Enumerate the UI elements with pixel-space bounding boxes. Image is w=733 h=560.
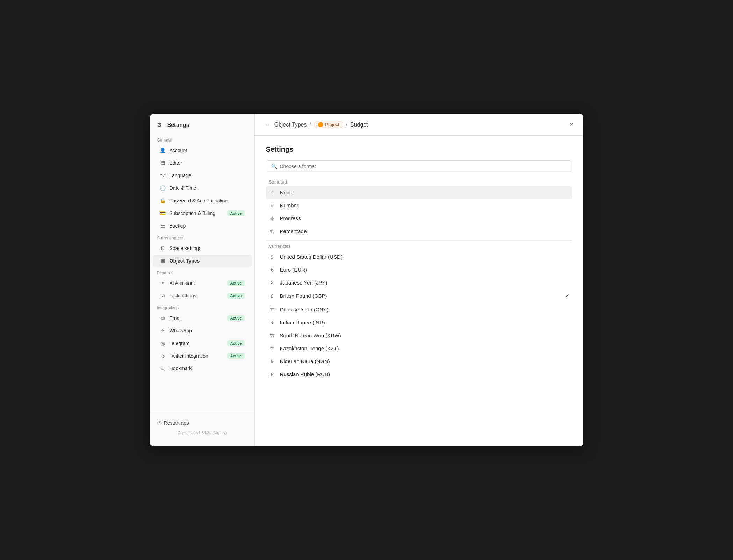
sidebar-item-subscription[interactable]: 💳 Subscription & Billing Active [153, 207, 252, 219]
sidebar-item-twitter[interactable]: ◇ Twitter Integration Active [153, 350, 252, 362]
settings-icon: ⚙ [157, 122, 164, 129]
format-eur[interactable]: € Euro (EUR) [266, 263, 572, 276]
format-inr[interactable]: ₹ Indian Rupee (INR) [266, 316, 572, 329]
number-icon: # [269, 203, 276, 208]
sidebar-item-editor[interactable]: ▤ Editor [153, 157, 252, 169]
back-button[interactable]: ← [263, 120, 272, 129]
divider [266, 240, 572, 241]
restart-label: Restart app [164, 420, 189, 426]
sidebar-footer: ↺ Restart app Capacities v1.34.21 (Night… [150, 412, 254, 440]
gbp-icon: £ [269, 293, 276, 299]
format-progress[interactable]: ◈ Progress [266, 212, 572, 225]
sidebar-item-telegram[interactable]: ◎ Telegram Active [153, 337, 252, 349]
settings-window: ⚙ Settings General 👤 Account ▤ Editor ⌥ … [150, 114, 583, 446]
format-jpy[interactable]: ¥ Japanese Yen (JPY) [266, 276, 572, 289]
twitter-icon: ◇ [160, 353, 166, 359]
email-icon: ✉ [160, 315, 166, 321]
sidebar-item-account[interactable]: 👤 Account [153, 144, 252, 156]
main-content: ← Object Types / 🟠 Project / Budget × Se… [255, 114, 583, 446]
format-number[interactable]: # Number [266, 199, 572, 212]
currencies-section-label: Currencies [266, 244, 572, 249]
subscription-badge: Active [227, 210, 244, 216]
backup-icon: 🗃 [160, 223, 166, 229]
progress-icon: ◈ [269, 216, 276, 221]
format-usd[interactable]: $ United States Dollar (USD) [266, 250, 572, 263]
breadcrumb-project-badge[interactable]: 🟠 Project [314, 121, 343, 128]
sidebar-item-date-time[interactable]: 🕐 Date & Time [153, 182, 252, 194]
sidebar-item-whatsapp[interactable]: ✈ WhatsApp [153, 325, 252, 337]
subscription-icon: 💳 [160, 210, 166, 216]
account-icon: 👤 [160, 147, 166, 153]
ngn-icon: ₦ [269, 359, 276, 364]
restart-button[interactable]: ↺ Restart app [157, 418, 247, 428]
close-icon: × [570, 121, 574, 128]
breadcrumb-current: Budget [350, 122, 368, 128]
sidebar-item-email[interactable]: ✉ Email Active [153, 312, 252, 324]
space-settings-icon: 🖥 [160, 245, 166, 251]
sidebar-item-task-actions[interactable]: ☑ Task actions Active [153, 290, 252, 302]
general-section-label: General [150, 134, 254, 144]
telegram-badge: Active [227, 340, 244, 346]
current-space-section-label: Current space [150, 232, 254, 242]
password-icon: 🔒 [160, 198, 166, 204]
format-search-input[interactable] [280, 164, 567, 169]
hookmark-icon: ∞ [160, 365, 166, 372]
eur-icon: € [269, 267, 276, 273]
content-area: Settings 🔍 Standard T None # Number ◈ Pr… [255, 136, 583, 446]
breadcrumb: Object Types / 🟠 Project / Budget [274, 121, 368, 128]
twitter-badge: Active [227, 353, 244, 359]
back-arrow-icon: ← [265, 122, 270, 128]
format-rub[interactable]: ₽ Russian Ruble (RUB) [266, 368, 572, 381]
breadcrumb-project-label: Project [325, 122, 339, 127]
content-title: Settings [266, 145, 572, 153]
format-krw[interactable]: ₩ South Korean Won (KRW) [266, 329, 572, 342]
task-actions-icon: ☑ [160, 293, 166, 299]
format-percentage[interactable]: % Percentage [266, 225, 572, 238]
sidebar-header: ⚙ Settings [150, 120, 254, 134]
kzt-icon: ₸ [269, 346, 276, 351]
telegram-icon: ◎ [160, 340, 166, 346]
language-icon: ⌥ [160, 172, 166, 179]
editor-icon: ▤ [160, 160, 166, 166]
format-kzt[interactable]: ₸ Kazakhstani Tenge (KZT) [266, 342, 572, 355]
format-search-box[interactable]: 🔍 [266, 160, 572, 172]
none-icon: T [269, 190, 276, 195]
sidebar-item-password[interactable]: 🔒 Password & Authentication [153, 195, 252, 207]
search-icon: 🔍 [271, 164, 277, 169]
ai-assistant-icon: ✦ [160, 280, 166, 286]
sidebar-item-space-settings[interactable]: 🖥 Space settings [153, 242, 252, 254]
gbp-check: ✓ [565, 293, 569, 299]
format-gbp[interactable]: £ British Pound (GBP) ✓ [266, 289, 572, 303]
standard-section-label: Standard [266, 179, 572, 185]
topbar: ← Object Types / 🟠 Project / Budget × [255, 114, 583, 136]
sidebar-title: Settings [167, 122, 189, 128]
sidebar-item-backup[interactable]: 🗃 Backup [153, 220, 252, 232]
sidebar-item-ai-assistant[interactable]: ✦ AI Assistant Active [153, 277, 252, 289]
features-section-label: Features [150, 267, 254, 277]
version-label: Capacities v1.34.21 (Nightly) [157, 431, 247, 435]
sidebar-item-hookmark[interactable]: ∞ Hookmark [153, 362, 252, 374]
breadcrumb-root[interactable]: Object Types [274, 122, 307, 128]
restart-icon: ↺ [157, 420, 161, 426]
inr-icon: ₹ [269, 320, 276, 325]
format-cny[interactable]: 元 Chinese Yuan (CNY) [266, 303, 572, 316]
rub-icon: ₽ [269, 372, 276, 377]
jpy-icon: ¥ [269, 280, 276, 286]
breadcrumb-sep1: / [310, 122, 311, 128]
sidebar: ⚙ Settings General 👤 Account ▤ Editor ⌥ … [150, 114, 255, 446]
date-time-icon: 🕐 [160, 185, 166, 191]
ai-assistant-badge: Active [227, 280, 244, 286]
format-ngn[interactable]: ₦ Nigerian Naira (NGN) [266, 355, 572, 368]
email-badge: Active [227, 315, 244, 321]
krw-icon: ₩ [269, 333, 276, 338]
cny-icon: 元 [269, 306, 276, 313]
whatsapp-icon: ✈ [160, 328, 166, 334]
format-none[interactable]: T None [266, 186, 572, 199]
close-button[interactable]: × [568, 120, 575, 130]
usd-icon: $ [269, 254, 276, 260]
object-types-icon: ▣ [160, 258, 166, 264]
percentage-icon: % [269, 229, 276, 234]
sidebar-item-language[interactable]: ⌥ Language [153, 170, 252, 181]
sidebar-item-object-types[interactable]: ▣ Object Types [153, 255, 252, 267]
task-actions-badge: Active [227, 293, 244, 299]
